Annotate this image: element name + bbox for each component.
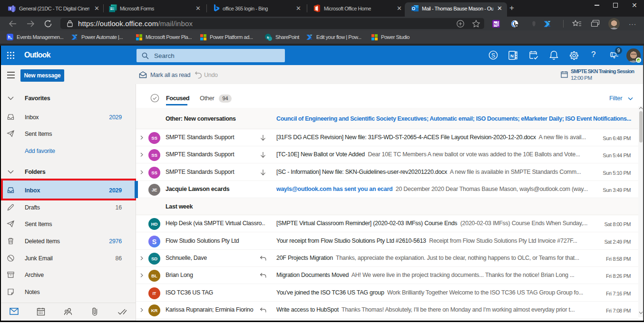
svg-text:s: s [267, 35, 269, 39]
svg-text:T: T [9, 7, 11, 11]
svg-text:S: S [491, 52, 495, 59]
svg-text:N: N [510, 53, 514, 58]
